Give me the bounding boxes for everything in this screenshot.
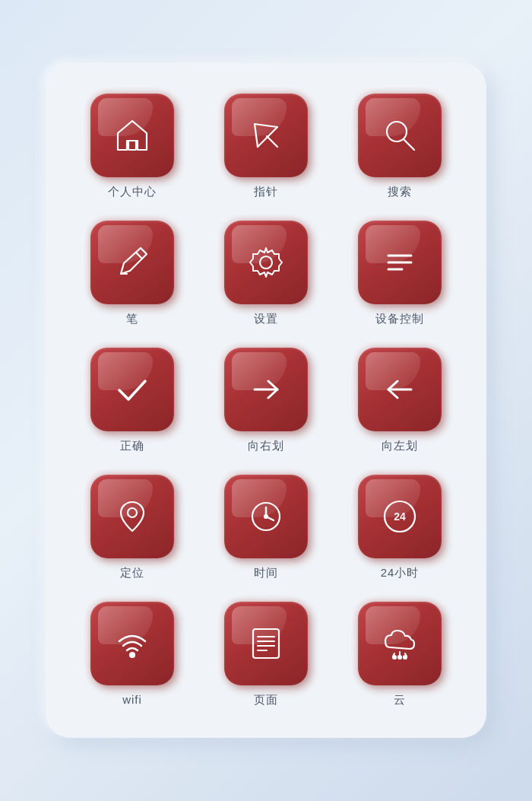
check-icon — [112, 369, 153, 410]
svg-rect-0 — [128, 141, 136, 150]
24hours-label: 24小时 — [381, 566, 420, 580]
pen-label: 笔 — [126, 312, 138, 326]
pointer-icon — [245, 115, 287, 156]
time-label: 时间 — [254, 566, 278, 580]
time-icon-btn[interactable] — [224, 475, 308, 558]
icon-cell-time: 时间 — [207, 475, 325, 580]
icon-cell-page: 页面 — [207, 602, 325, 707]
pen-icon — [112, 242, 153, 283]
icon-cell-swipe-right: 向右划 — [207, 348, 325, 453]
wifi-icon-btn[interactable] — [90, 602, 174, 685]
icon-cell-search: 搜索 — [340, 94, 459, 199]
device-control-icon — [379, 242, 420, 283]
svg-point-33 — [404, 656, 407, 659]
pointer-icon-btn[interactable] — [224, 94, 308, 177]
search-icon-btn[interactable] — [358, 94, 442, 177]
svg-point-31 — [393, 656, 396, 659]
swipe-left-label: 向左划 — [382, 439, 418, 453]
search-icon — [379, 115, 420, 156]
swipe-left-icon-btn[interactable] — [358, 348, 442, 431]
page-icon-btn[interactable] — [224, 602, 308, 685]
svg-line-1 — [255, 124, 277, 127]
svg-rect-23 — [253, 629, 279, 658]
cloud-icon — [379, 623, 420, 664]
icon-cell-pen: 笔 — [73, 221, 192, 326]
icon-cell-settings: 设置 — [207, 221, 325, 326]
cloud-label: 云 — [394, 693, 406, 707]
icon-cell-device-control: 设备控制 — [340, 221, 459, 326]
check-label: 正确 — [120, 439, 144, 453]
svg-point-19 — [264, 515, 268, 518]
pen-icon-btn[interactable] — [90, 221, 174, 304]
svg-line-4 — [267, 136, 277, 147]
check-icon-btn[interactable] — [90, 348, 174, 431]
icon-cell-wifi: wifi — [73, 602, 192, 707]
settings-label: 设置 — [254, 312, 278, 326]
icon-cell-24hours: 24 24小时 — [340, 475, 459, 580]
icon-cell-location: 定位 — [73, 475, 192, 580]
svg-point-22 — [130, 653, 135, 657]
icon-cell-home: 个人中心 — [73, 94, 192, 199]
location-icon-btn[interactable] — [90, 475, 174, 558]
icon-cell-check: 正确 — [73, 348, 192, 453]
icon-cell-swipe-left: 向左划 — [340, 348, 459, 453]
time-icon — [245, 496, 287, 537]
swipe-right-label: 向右划 — [248, 439, 284, 453]
device-control-label: 设备控制 — [375, 312, 424, 326]
svg-point-32 — [398, 656, 401, 659]
search-label: 搜索 — [388, 185, 412, 199]
svg-point-5 — [387, 122, 407, 141]
cloud-icon-btn[interactable] — [358, 602, 442, 685]
swipe-right-icon — [245, 369, 287, 410]
home-label: 个人中心 — [108, 185, 157, 199]
svg-point-9 — [260, 256, 272, 269]
swipe-right-icon-btn[interactable] — [224, 348, 308, 431]
wifi-icon — [112, 623, 153, 664]
pointer-label: 指针 — [254, 185, 278, 199]
location-label: 定位 — [120, 566, 144, 580]
svg-line-6 — [404, 140, 414, 150]
home-icon-btn[interactable] — [90, 94, 174, 177]
svg-point-15 — [128, 508, 137, 517]
icon-card: 个人中心 指针 搜索 — [46, 63, 486, 738]
icon-grid: 个人中心 指针 搜索 — [73, 94, 459, 707]
wifi-label: wifi — [122, 693, 142, 706]
page-label: 页面 — [254, 693, 278, 707]
svg-line-2 — [255, 124, 258, 147]
svg-line-8 — [136, 253, 142, 259]
device-control-icon-btn[interactable] — [358, 221, 442, 304]
24hours-icon: 24 — [379, 496, 420, 537]
location-icon — [112, 496, 153, 537]
settings-icon — [245, 242, 287, 283]
settings-icon-btn[interactable] — [224, 221, 308, 304]
icon-cell-pointer: 指针 — [207, 94, 325, 199]
swipe-left-icon — [379, 369, 420, 410]
icon-cell-cloud: 云 — [340, 602, 459, 707]
home-icon — [112, 115, 153, 156]
page-icon — [245, 623, 287, 664]
24hours-icon-btn[interactable]: 24 — [358, 475, 442, 558]
svg-text:24: 24 — [394, 510, 406, 523]
